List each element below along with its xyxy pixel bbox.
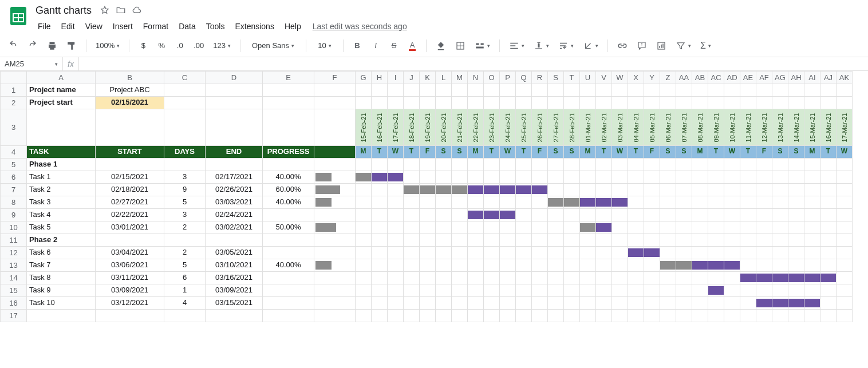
row-17[interactable]: 17 [1,310,27,322]
progress-bar[interactable] [314,171,356,184]
cloud-icon[interactable] [132,5,142,15]
col-Y[interactable]: Y [644,72,660,84]
last-edit[interactable]: Last edit was seconds ago [313,19,407,33]
menu-data[interactable]: Data [174,19,200,33]
col-M[interactable]: M [452,72,468,84]
menu-help[interactable]: Help [280,19,306,33]
col-B[interactable]: B [96,72,164,84]
text-color-icon[interactable]: A [405,38,419,53]
col-T[interactable]: T [564,72,580,84]
bold-icon[interactable]: B [350,38,364,53]
project-start-cell[interactable]: 02/15/2021 [96,97,164,109]
menu-view[interactable]: View [81,19,107,33]
col-AI[interactable]: AI [804,72,820,84]
col-D[interactable]: D [206,72,263,84]
menu-file[interactable]: File [33,19,56,33]
menu-insert[interactable]: Insert [108,19,137,33]
undo-icon[interactable] [6,38,21,53]
row-11[interactable]: 11 [1,234,27,247]
menu-tools[interactable]: Tools [202,19,230,33]
col-AH[interactable]: AH [788,72,804,84]
row-7[interactable]: 7 [1,184,27,196]
col-AK[interactable]: AK [837,72,853,84]
functions-icon[interactable]: Σ [698,38,713,53]
row-10[interactable]: 10 [1,221,27,234]
progress-bar[interactable] [314,184,356,196]
col-A[interactable]: A [27,72,96,84]
row-3[interactable]: 3 [1,109,27,146]
col-AC[interactable]: AC [708,72,724,84]
link-icon[interactable] [615,38,630,53]
col-K[interactable]: K [420,72,436,84]
comment-icon[interactable] [634,38,649,53]
paint-format-icon[interactable] [64,38,79,53]
borders-icon[interactable] [453,38,468,53]
redo-icon[interactable] [25,38,40,53]
col-AD[interactable]: AD [724,72,740,84]
italic-icon[interactable]: I [369,38,382,53]
name-box[interactable]: AM25 [0,57,63,70]
col-L[interactable]: L [436,72,452,84]
formula-bar[interactable] [79,57,868,70]
row-2[interactable]: 2 [1,97,27,109]
col-R[interactable]: R [532,72,548,84]
col-N[interactable]: N [468,72,484,84]
row-5[interactable]: 5 [1,159,27,171]
row-6[interactable]: 6 [1,171,27,184]
menu-extensions[interactable]: Extensions [230,19,278,33]
col-Q[interactable]: Q [516,72,532,84]
wrap-icon[interactable] [556,38,576,53]
font-size-select[interactable]: 10 [313,38,336,53]
col-Z[interactable]: Z [660,72,676,84]
col-I[interactable]: I [388,72,404,84]
fill-color-icon[interactable] [433,38,448,53]
col-AJ[interactable]: AJ [820,72,837,84]
doc-title[interactable]: Gantt charts [33,3,94,18]
col-W[interactable]: W [612,72,628,84]
row-1[interactable]: 1 [1,84,27,97]
v-align-icon[interactable] [531,38,551,53]
col-F[interactable]: F [314,72,356,84]
col-H[interactable]: H [372,72,388,84]
merge-icon[interactable] [472,38,492,53]
col-AA[interactable]: AA [676,72,692,84]
row-13[interactable]: 13 [1,259,27,272]
col-E[interactable]: E [263,72,314,84]
row-8[interactable]: 8 [1,196,27,209]
progress-bar[interactable] [314,196,356,209]
increase-decimal-icon[interactable]: .00 [191,38,206,53]
row-12[interactable]: 12 [1,247,27,259]
row-16[interactable]: 16 [1,297,27,310]
decrease-decimal-icon[interactable]: .0 [173,38,187,53]
rotate-icon[interactable] [581,38,601,53]
col-C[interactable]: C [164,72,206,84]
row-4[interactable]: 4 [1,146,27,159]
font-select[interactable]: Open Sans [247,38,299,53]
move-icon[interactable] [116,5,126,15]
sheets-logo[interactable] [7,5,30,27]
row-14[interactable]: 14 [1,272,27,284]
col-AB[interactable]: AB [692,72,708,84]
col-U[interactable]: U [580,72,596,84]
row-15[interactable]: 15 [1,284,27,297]
col-O[interactable]: O [484,72,500,84]
row-9[interactable]: 9 [1,209,27,221]
col-AE[interactable]: AE [740,72,756,84]
menu-edit[interactable]: Edit [57,19,80,33]
star-icon[interactable] [100,5,110,15]
col-AF[interactable]: AF [756,72,772,84]
select-all[interactable] [1,72,27,84]
zoom-select[interactable]: 100% [93,38,122,53]
more-formats-icon[interactable]: 123 [211,38,233,53]
progress-bar[interactable] [314,221,356,234]
strike-icon[interactable]: S [387,38,401,53]
col-S[interactable]: S [548,72,564,84]
col-P[interactable]: P [500,72,516,84]
filter-icon[interactable] [673,38,693,53]
col-X[interactable]: X [628,72,644,84]
col-V[interactable]: V [596,72,612,84]
chart-icon[interactable] [654,38,669,53]
print-icon[interactable] [45,38,60,53]
grid[interactable]: ABCDEFGHIJKLMNOPQRSTUVWXYZAAABACADAEAFAG… [0,71,868,368]
progress-bar[interactable] [314,259,356,272]
